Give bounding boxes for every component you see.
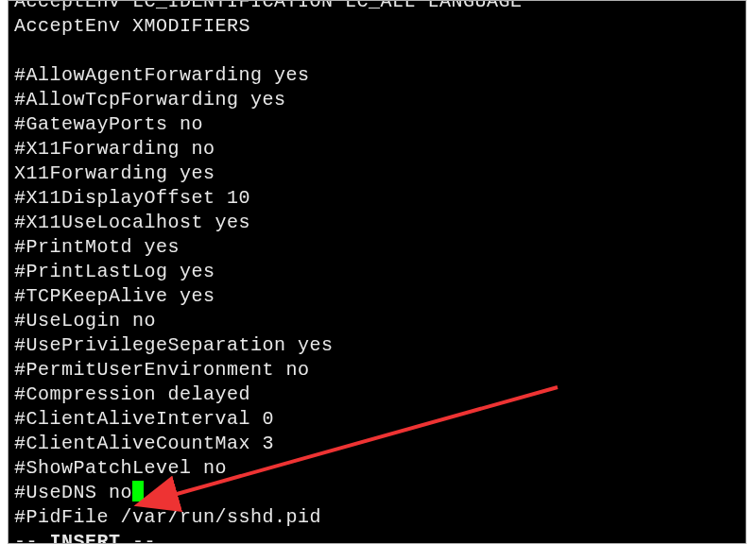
config-line: #AllowTcpForwarding yes	[14, 88, 740, 112]
config-line: #ClientAliveCountMax 3	[14, 432, 740, 456]
config-line	[14, 39, 740, 63]
config-line: #UsePrivilegeSeparation yes	[14, 333, 740, 358]
config-line: #X11Forwarding no	[14, 137, 740, 162]
text-cursor	[132, 481, 144, 502]
terminal-window[interactable]: AcceptEnv LC_IDENTIFICATION LC_ALL LANGU…	[8, 0, 747, 544]
config-line: #ClientAliveInterval 0	[14, 407, 740, 432]
editor-mode-line: -- INSERT --	[14, 530, 740, 544]
config-line: #PrintMotd yes	[14, 235, 740, 260]
mode-suffix: --	[121, 531, 157, 544]
config-line: #X11DisplayOffset 10	[14, 186, 740, 211]
config-line: #AllowAgentForwarding yes	[14, 63, 740, 88]
config-line: X11Forwarding yes	[14, 162, 740, 186]
config-line: #GatewayPorts no	[14, 112, 740, 137]
config-line-partial: AcceptEnv LC_IDENTIFICATION LC_ALL LANGU…	[14, 1, 523, 14]
terminal-text-area[interactable]: AcceptEnv LC_IDENTIFICATION LC_ALL LANGU…	[9, 1, 746, 544]
config-line: #PidFile /var/run/sshd.pid	[14, 505, 740, 530]
config-line: #PrintLastLog yes	[14, 260, 740, 284]
config-line: AcceptEnv XMODIFIERS	[14, 14, 740, 39]
config-line: #X11UseLocalhost yes	[14, 211, 740, 235]
config-line: #Compression delayed	[14, 382, 740, 407]
mode-text: INSERT	[50, 531, 121, 544]
config-line: #ShowPatchLevel no	[14, 456, 740, 481]
config-line-cursor: #UseDNS no	[14, 481, 740, 505]
config-line: #UseLogin no	[14, 309, 740, 333]
cursor-line-text: #UseDNS no	[14, 482, 132, 503]
mode-prefix: --	[14, 531, 50, 544]
config-line: #TCPKeepAlive yes	[14, 284, 740, 309]
config-line: #PermitUserEnvironment no	[14, 358, 740, 382]
